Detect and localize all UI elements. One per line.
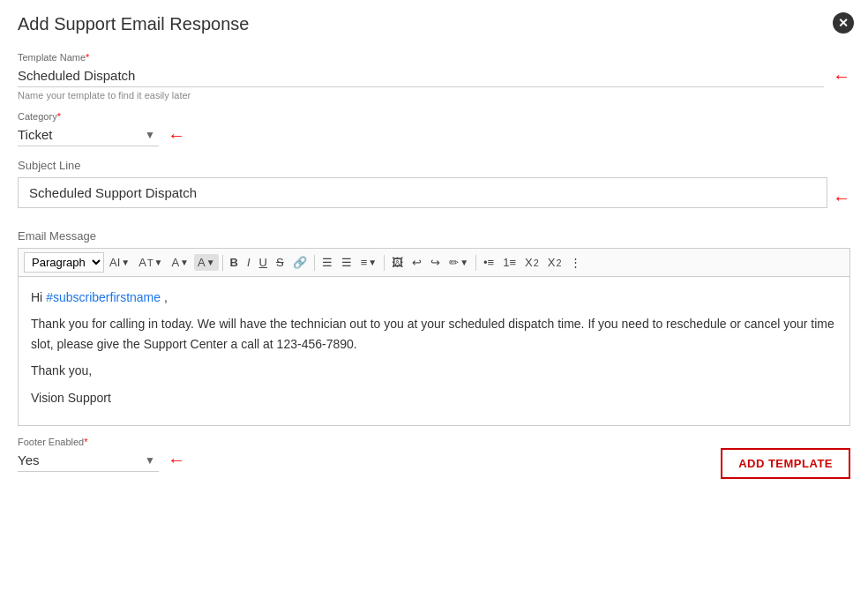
footer-arrow: ← [168,450,185,470]
ai-btn[interactable]: AI ▼ [106,254,133,271]
superscript-btn[interactable]: X2 [544,254,565,271]
subject-line-field: Subject Line ← [18,159,850,219]
template-name-label: Template Name* [18,52,850,63]
close-button[interactable]: ✕ [833,12,854,34]
num-list-btn[interactable]: 1≡ [499,254,520,271]
footer-enabled-select[interactable]: Yes No [18,449,159,472]
body-paragraph-2: Thank you, [31,361,837,380]
body-paragraph-1: Thank you for calling in today. We will … [31,314,837,354]
subject-line-label: Subject Line [18,159,850,172]
footer-enabled-label: Footer Enabled* [18,437,850,447]
subscript-btn[interactable]: X2 [521,254,542,271]
undo-btn[interactable]: ↩ [408,254,425,271]
email-message-field: Email Message Paragraph Heading 1 Headin… [18,229,850,426]
greeting-line: Hi #subscriberfirstname , [31,288,837,307]
body-paragraph-3: Vision Support [31,388,837,407]
underline-btn[interactable]: U [256,254,271,271]
bold-btn[interactable]: B [227,254,242,271]
align-btn[interactable]: ≡ ▼ [357,254,381,271]
divider-1 [222,255,223,271]
ordered-list-btn[interactable]: ☰ [338,254,355,271]
category-field: Category* Ticket General Billing Technic… [18,111,850,146]
template-name-field: Template Name* ← Name your template to f… [18,52,850,101]
template-name-input[interactable] [18,64,824,87]
highlight-color-btn[interactable]: ✏ ▼ [445,254,472,271]
strikethrough-btn[interactable]: S [273,254,288,271]
italic-btn[interactable]: I [243,254,254,271]
divider-3 [384,255,385,271]
bullet-list-btn[interactable]: •≡ [480,254,498,271]
list-btn[interactable]: ☰ [318,254,336,271]
link-btn[interactable]: 🔗 [289,254,311,271]
font-color-btn[interactable]: A ▼ [168,254,192,271]
highlight-btn[interactable]: A ▼ [194,254,219,271]
add-template-button[interactable]: ADD TEMPLATE [721,448,850,479]
template-name-helper: Name your template to find it easily lat… [18,90,850,101]
footer-select-wrapper: Yes No ▼ [18,449,159,472]
subscriber-tag: #subscriberfirstname [46,290,161,304]
subject-line-input[interactable] [18,177,827,208]
more-options-btn[interactable]: ⋮ [566,254,585,271]
redo-btn[interactable]: ↪ [427,254,444,271]
divider-4 [475,255,476,271]
category-select[interactable]: Ticket General Billing Technical [18,123,159,146]
image-btn[interactable]: 🖼 [388,254,407,271]
paragraph-select[interactable]: Paragraph Heading 1 Heading 2 [24,252,104,273]
greeting-comma: , [161,290,168,304]
email-body[interactable]: Hi #subscriberfirstname , Thank you for … [19,277,849,425]
editor-toolbar: Paragraph Heading 1 Heading 2 AI ▼ AT ▼ … [19,249,849,277]
template-name-arrow: ← [833,66,850,86]
divider-2 [314,255,315,271]
email-message-label: Email Message [18,229,850,243]
page-title: Add Support Email Response [18,14,850,34]
subject-line-arrow: ← [833,188,850,208]
font-size-btn[interactable]: AT ▼ [135,254,166,271]
greeting-hi: Hi [31,290,46,304]
page-container: Add Support Email Response ✕ Template Na… [0,0,868,497]
email-message-editor: Paragraph Heading 1 Heading 2 AI ▼ AT ▼ … [18,248,850,426]
category-arrow: ← [168,125,185,146]
category-label: Category* [18,111,850,122]
category-select-wrapper: Ticket General Billing Technical ▼ [18,123,159,146]
